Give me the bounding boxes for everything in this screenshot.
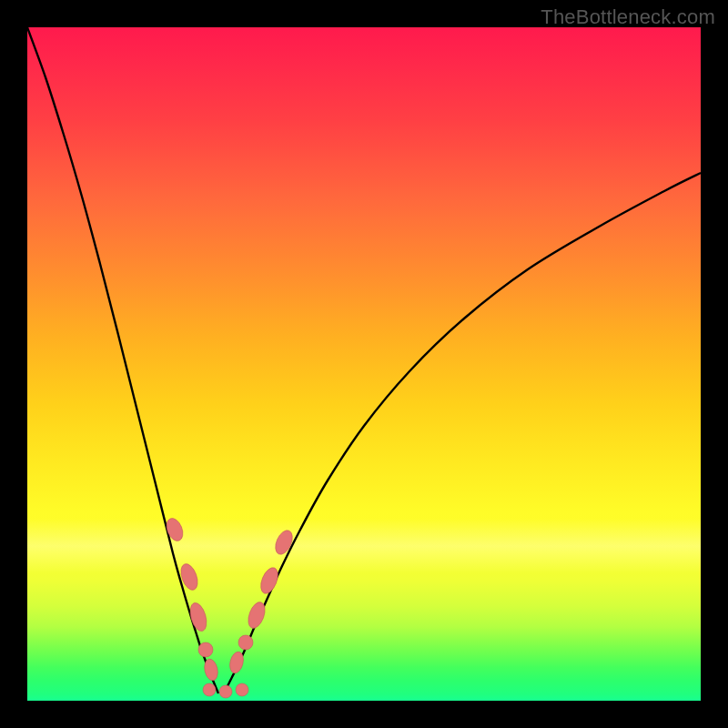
curve-marker: [219, 685, 232, 698]
curve-marker: [187, 601, 209, 632]
curve-marker: [258, 565, 281, 596]
curves-svg: [27, 27, 701, 701]
left-curve: [27, 27, 218, 693]
watermark-text: TheBottleneck.com: [541, 5, 715, 29]
curve-marker: [177, 561, 200, 592]
curve-marker: [272, 528, 296, 557]
right-curve: [223, 173, 701, 693]
curve-marker: [203, 683, 216, 696]
chart-frame: TheBottleneck.com: [0, 0, 728, 728]
curve-marker: [198, 642, 213, 657]
curve-marker: [236, 683, 248, 696]
plot-area: [27, 27, 701, 701]
marker-group: [164, 516, 296, 698]
curve-marker: [164, 516, 187, 543]
curve-marker: [238, 635, 253, 650]
